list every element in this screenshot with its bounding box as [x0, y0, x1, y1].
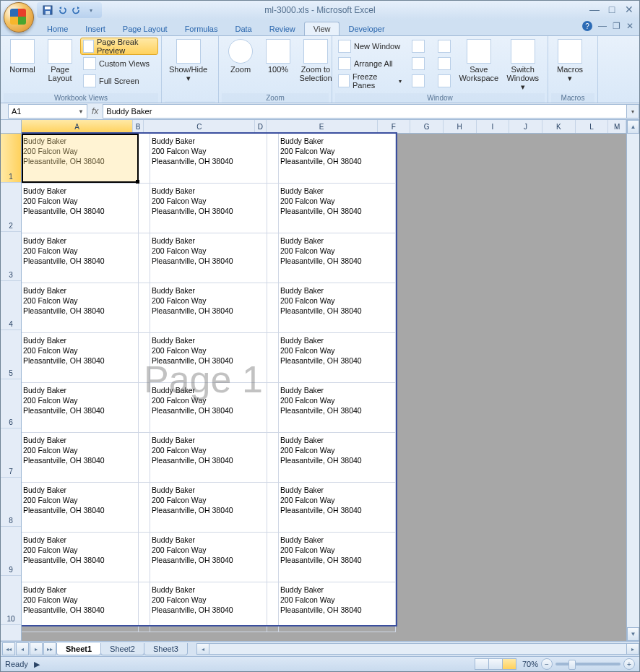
- cell[interactable]: [139, 582, 150, 632]
- column-header-F[interactable]: F: [378, 120, 411, 133]
- grid[interactable]: ABCDEFGHIJKLM Buddy Baker 200 Falcon Way…: [22, 120, 626, 641]
- save-workspace-button[interactable]: Save Workspace: [457, 38, 501, 84]
- formula-expand-button[interactable]: ▾: [627, 104, 639, 119]
- view-side-by-side-button[interactable]: [435, 38, 457, 55]
- macro-record-icon[interactable]: ▶: [34, 660, 40, 669]
- close-button[interactable]: ✕: [623, 4, 635, 15]
- new-window-button[interactable]: New Window: [335, 38, 405, 55]
- scroll-left-button[interactable]: ◂: [196, 643, 209, 655]
- cell[interactable]: [267, 333, 279, 382]
- vertical-scrollbar[interactable]: ▲ ▼: [626, 120, 639, 641]
- cell[interactable]: Buddy Baker 200 Falcon Way Pleasantville…: [150, 383, 267, 432]
- cell[interactable]: Buddy Baker 200 Falcon Way Pleasantville…: [22, 483, 139, 532]
- tab-formulas[interactable]: Formulas: [176, 22, 227, 35]
- sheet-tab-sheet3[interactable]: Sheet3: [144, 643, 188, 655]
- column-header-B[interactable]: B: [133, 120, 144, 133]
- cell[interactable]: Buddy Baker 200 Falcon Way Pleasantville…: [279, 283, 396, 332]
- cell[interactable]: Buddy Baker 200 Falcon Way Pleasantville…: [150, 184, 267, 233]
- row-header-1[interactable]: 1: [1, 134, 21, 183]
- column-header-H[interactable]: H: [444, 120, 477, 133]
- tab-insert[interactable]: Insert: [77, 22, 114, 35]
- minimize-button[interactable]: —: [589, 4, 600, 15]
- tab-data[interactable]: Data: [226, 22, 260, 35]
- redo-icon[interactable]: [70, 4, 83, 17]
- cell[interactable]: Buddy Baker 200 Falcon Way Pleasantville…: [150, 433, 267, 482]
- row-header-3[interactable]: 3: [1, 232, 21, 281]
- cell[interactable]: [267, 533, 279, 582]
- select-all-corner[interactable]: [1, 120, 21, 134]
- cell[interactable]: [139, 134, 150, 183]
- tab-view[interactable]: View: [304, 22, 340, 35]
- zoom-100-button[interactable]: 100%: [259, 38, 297, 75]
- cell[interactable]: [267, 582, 279, 632]
- zoom-slider[interactable]: [555, 663, 620, 665]
- cell[interactable]: Buddy Baker 200 Falcon Way Pleasantville…: [22, 283, 139, 332]
- save-icon[interactable]: [41, 4, 54, 17]
- cell[interactable]: [267, 483, 279, 532]
- sheet-nav-prev[interactable]: ◂: [16, 642, 29, 655]
- column-header-I[interactable]: I: [477, 120, 510, 133]
- split-button[interactable]: [409, 38, 431, 55]
- cell[interactable]: Buddy Baker 200 Falcon Way Pleasantville…: [150, 333, 267, 382]
- cell[interactable]: Buddy Baker 200 Falcon Way Pleasantville…: [279, 582, 396, 632]
- cell[interactable]: Buddy Baker 200 Falcon Way Pleasantville…: [150, 283, 267, 332]
- cell[interactable]: [139, 283, 150, 332]
- column-header-L[interactable]: L: [576, 120, 609, 133]
- cell[interactable]: [267, 283, 279, 332]
- cell[interactable]: [139, 233, 150, 283]
- tab-review[interactable]: Review: [261, 22, 304, 35]
- column-header-D[interactable]: D: [255, 120, 266, 133]
- freeze-panes-button[interactable]: Freeze Panes▾: [335, 72, 405, 90]
- horizontal-scrollbar[interactable]: ◂ ▸: [196, 643, 639, 655]
- cell[interactable]: Buddy Baker 200 Falcon Way Pleasantville…: [279, 483, 396, 532]
- office-button[interactable]: [4, 2, 34, 33]
- cell[interactable]: [267, 233, 279, 283]
- zoom-out-button[interactable]: −: [541, 658, 553, 670]
- column-header-M[interactable]: M: [608, 120, 626, 133]
- cell[interactable]: [139, 333, 150, 382]
- cell[interactable]: [139, 383, 150, 432]
- normal-view-button[interactable]: Normal: [4, 38, 41, 75]
- column-header-K[interactable]: K: [542, 120, 576, 133]
- cell[interactable]: Buddy Baker 200 Falcon Way Pleasantville…: [22, 134, 139, 183]
- help-icon[interactable]: ?: [582, 21, 592, 31]
- hscroll-track[interactable]: [209, 643, 626, 655]
- sheet-tab-sheet2[interactable]: Sheet2: [100, 643, 144, 655]
- formula-input[interactable]: Buddy Baker: [103, 104, 627, 119]
- row-header-7[interactable]: 7: [1, 428, 21, 478]
- cell[interactable]: [139, 433, 150, 482]
- mdi-minimize-button[interactable]: —: [598, 21, 607, 31]
- view-page-layout-shortcut[interactable]: [488, 658, 503, 670]
- fx-icon[interactable]: fx: [92, 106, 98, 116]
- sheet-tab-sheet1[interactable]: Sheet1: [56, 643, 101, 655]
- cell[interactable]: [267, 134, 279, 183]
- row-header-4[interactable]: 4: [1, 281, 21, 330]
- cell[interactable]: Buddy Baker 200 Falcon Way Pleasantville…: [22, 233, 139, 283]
- cell[interactable]: Buddy Baker 200 Falcon Way Pleasantville…: [279, 333, 396, 382]
- cell[interactable]: Buddy Baker 200 Falcon Way Pleasantville…: [279, 383, 396, 432]
- cell[interactable]: Buddy Baker 200 Falcon Way Pleasantville…: [279, 233, 396, 283]
- cell[interactable]: Buddy Baker 200 Falcon Way Pleasantville…: [150, 233, 267, 283]
- mdi-close-button[interactable]: ✕: [626, 21, 633, 31]
- cell[interactable]: Buddy Baker 200 Falcon Way Pleasantville…: [22, 383, 139, 432]
- cell[interactable]: Buddy Baker 200 Falcon Way Pleasantville…: [279, 533, 396, 582]
- scroll-right-button[interactable]: ▸: [626, 643, 639, 655]
- cell[interactable]: Buddy Baker 200 Falcon Way Pleasantville…: [22, 433, 139, 482]
- scroll-down-button[interactable]: ▼: [627, 627, 639, 641]
- cell[interactable]: [139, 533, 150, 582]
- cell[interactable]: Buddy Baker 200 Falcon Way Pleasantville…: [150, 582, 267, 632]
- arrange-all-button[interactable]: Arrange All: [335, 55, 405, 72]
- cell[interactable]: [267, 433, 279, 482]
- row-header-6[interactable]: 6: [1, 379, 21, 428]
- zoom-in-button[interactable]: +: [623, 658, 635, 670]
- cell[interactable]: Buddy Baker 200 Falcon Way Pleasantville…: [150, 533, 267, 582]
- cell[interactable]: [139, 483, 150, 532]
- cell[interactable]: Buddy Baker 200 Falcon Way Pleasantville…: [22, 533, 139, 582]
- column-header-G[interactable]: G: [410, 120, 444, 133]
- column-header-J[interactable]: J: [509, 120, 542, 133]
- name-box[interactable]: A1▼: [8, 104, 87, 119]
- scroll-track[interactable]: [627, 134, 639, 627]
- cell[interactable]: [139, 184, 150, 233]
- tab-page-layout[interactable]: Page Layout: [114, 22, 176, 35]
- page-break-preview-button[interactable]: Page Break Preview: [80, 38, 158, 55]
